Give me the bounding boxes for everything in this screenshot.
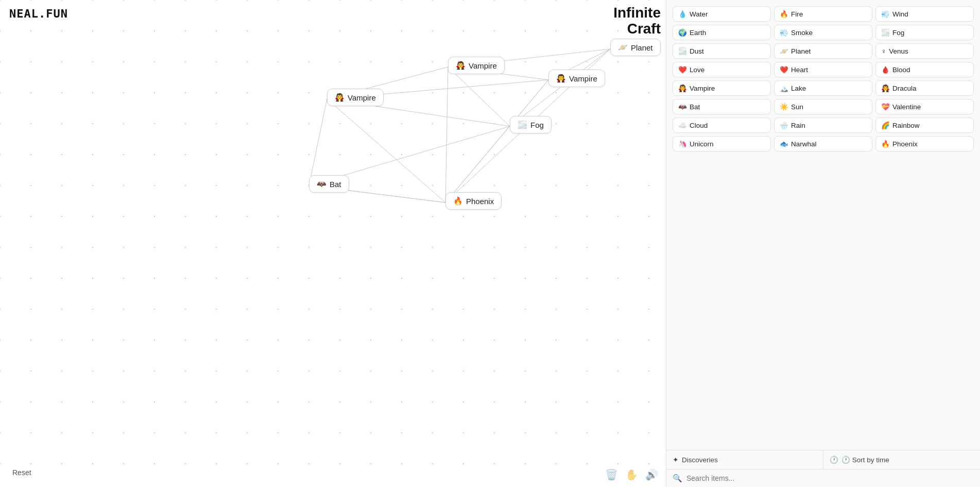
item-label: Wind	[892, 10, 908, 18]
item-chip[interactable]: ❤️Heart	[774, 62, 872, 77]
item-chip[interactable]: 🌫️Dust	[673, 43, 771, 59]
item-chip[interactable]: 🔥Fire	[774, 6, 872, 22]
node-label: Bat	[330, 180, 341, 189]
node-bat[interactable]: 🦇Bat	[309, 175, 349, 193]
item-emoji: 🐟	[780, 140, 788, 148]
item-chip[interactable]: ♀️Venus	[875, 43, 974, 59]
item-emoji: 🩸	[881, 65, 890, 74]
discoveries-icon: ✦	[673, 456, 679, 464]
item-label: Smoke	[791, 29, 813, 37]
hand-icon[interactable]: ✋	[625, 468, 638, 481]
item-chip[interactable]: 🧛Dracula	[875, 80, 974, 96]
item-emoji: 🧛	[678, 84, 687, 92]
item-chip[interactable]: 🐟Narwhal	[774, 136, 872, 152]
sidebar-bottom: ✦ Discoveries 🕐 🕐 Sort by time 🔍	[666, 450, 980, 487]
svg-line-10	[445, 126, 510, 203]
node-emoji: 🪐	[618, 43, 628, 52]
item-emoji: 🦄	[678, 140, 687, 148]
item-chip[interactable]: 💝Valentine	[875, 99, 974, 114]
node-emoji: 🔥	[453, 196, 463, 206]
item-emoji: ♀️	[881, 47, 886, 55]
item-emoji: ❤️	[780, 65, 788, 74]
item-chip[interactable]: 🌧️Rain	[774, 117, 872, 133]
item-label: Heart	[791, 66, 808, 74]
item-chip[interactable]: 🔥Phoenix	[875, 136, 974, 152]
sound-icon[interactable]: 🔊	[645, 468, 658, 481]
item-label: Water	[690, 10, 708, 18]
discoveries-button[interactable]: ✦ Discoveries	[666, 450, 823, 469]
item-label: Sun	[791, 103, 803, 111]
search-icon: 🔍	[673, 474, 682, 483]
item-label: Earth	[690, 29, 706, 37]
item-chip[interactable]: 🦇Bat	[673, 99, 771, 114]
node-label: Vampire	[569, 74, 597, 83]
title-line1: Infinite	[613, 5, 661, 21]
node-planet[interactable]: 🪐Planet	[610, 39, 661, 56]
item-label: Venus	[889, 47, 908, 55]
item-emoji: 🌫️	[678, 47, 687, 55]
item-label: Valentine	[892, 103, 921, 111]
app-title: Infinite Craft	[613, 5, 661, 37]
item-emoji: 🌍	[678, 28, 687, 37]
node-emoji: 🧛	[335, 93, 345, 102]
node-label: Phoenix	[466, 197, 494, 206]
item-chip[interactable]: 🦄Unicorn	[673, 136, 771, 152]
clock-icon: 🕐	[830, 456, 838, 464]
item-chip[interactable]: ☁️Cloud	[673, 117, 771, 133]
item-label: Bat	[690, 103, 700, 111]
discoveries-bar: ✦ Discoveries 🕐 🕐 Sort by time	[666, 450, 980, 469]
discoveries-label: Discoveries	[682, 456, 718, 464]
search-bar: 🔍	[666, 469, 980, 487]
svg-line-1	[445, 67, 448, 203]
item-emoji: 💧	[678, 10, 687, 18]
item-label: Rainbow	[892, 122, 920, 129]
node-vampire1[interactable]: 🧛Vampire	[448, 57, 505, 74]
svg-line-0	[448, 67, 510, 126]
item-chip[interactable]: ☀️Sun	[774, 99, 872, 114]
item-emoji: ☁️	[678, 121, 687, 129]
item-label: Rain	[791, 122, 805, 129]
item-emoji: 💨	[780, 28, 788, 37]
item-label: Phoenix	[892, 140, 918, 148]
node-vampire2[interactable]: 🧛Vampire	[548, 70, 605, 87]
sidebar: 💧Water🔥Fire💨Wind🌍Earth💨Smoke🌫️Fog🌫️Dust🪐…	[666, 0, 980, 487]
reset-button[interactable]: Reset	[8, 466, 36, 479]
item-chip[interactable]: 💨Wind	[875, 6, 974, 22]
item-emoji: 🏔️	[780, 84, 788, 92]
item-chip[interactable]: 🌫️Fog	[875, 25, 974, 40]
item-emoji: 💝	[881, 103, 890, 111]
item-emoji: 🪐	[780, 47, 788, 55]
item-label: Dust	[690, 47, 704, 55]
items-grid: 💧Water🔥Fire💨Wind🌍Earth💨Smoke🌫️Fog🌫️Dust🪐…	[670, 4, 976, 154]
node-label: Vampire	[348, 93, 376, 102]
canvas-area[interactable]: NEAL.FUN Reset 🪐Planet🧛Vampire🧛Vampire🧛V…	[0, 0, 664, 487]
item-chip[interactable]: 🌍Earth	[673, 25, 771, 40]
canvas-bottom-icons: 🗑️ ✋ 🔊	[605, 468, 658, 481]
sort-label: 🕐 Sort by time	[841, 456, 889, 464]
item-chip[interactable]: 🩸Blood	[875, 62, 974, 77]
items-container: 💧Water🔥Fire💨Wind🌍Earth💨Smoke🌫️Fog🌫️Dust🪐…	[666, 0, 980, 450]
item-chip[interactable]: ❤️Love	[673, 62, 771, 77]
item-label: Fire	[791, 10, 803, 18]
node-emoji: 🦇	[317, 179, 326, 189]
item-emoji: 🔥	[780, 10, 788, 18]
item-label: Dracula	[892, 85, 917, 92]
search-input[interactable]	[686, 474, 974, 482]
item-chip[interactable]: 🏔️Lake	[774, 80, 872, 96]
sort-button[interactable]: 🕐 🕐 Sort by time	[823, 450, 980, 469]
item-chip[interactable]: 🌈Rainbow	[875, 117, 974, 133]
item-chip[interactable]: 💨Smoke	[774, 25, 872, 40]
item-label: Love	[690, 66, 704, 74]
item-emoji: 💨	[881, 10, 890, 18]
node-label: Planet	[631, 43, 653, 52]
item-label: Lake	[791, 85, 806, 92]
svg-line-6	[445, 80, 548, 203]
node-phoenix[interactable]: 🔥Phoenix	[445, 192, 502, 210]
node-vampire3[interactable]: 🧛Vampire	[327, 89, 384, 106]
trash-icon[interactable]: 🗑️	[605, 468, 618, 481]
item-label: Vampire	[690, 85, 715, 92]
item-chip[interactable]: 🪐Planet	[774, 43, 872, 59]
node-fog[interactable]: 🌫️Fog	[510, 116, 552, 133]
item-chip[interactable]: 💧Water	[673, 6, 771, 22]
item-chip[interactable]: 🧛Vampire	[673, 80, 771, 96]
